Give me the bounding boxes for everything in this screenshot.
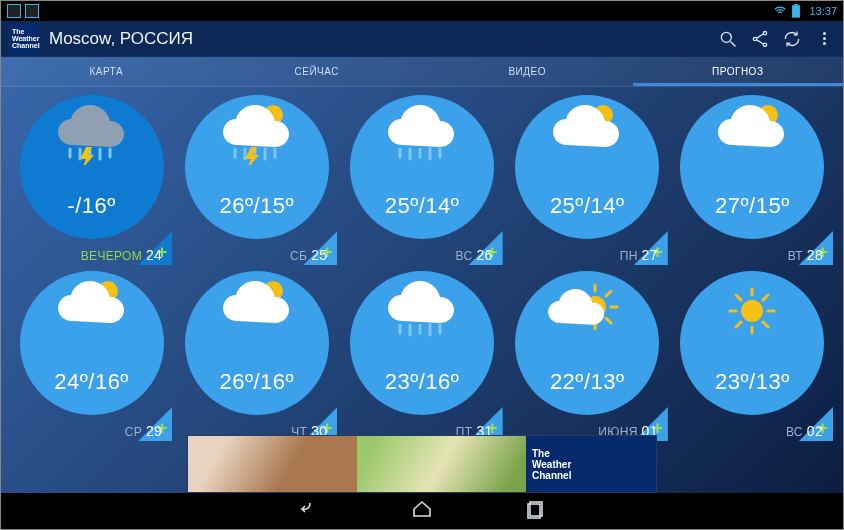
day-name: ПН [620,249,638,263]
tab-map[interactable]: КАРТА [1,57,212,86]
image-icon [7,4,21,18]
status-right: 13:37 [773,4,837,18]
forecast-card[interactable]: 23º/13º+ВС02 [674,271,831,439]
nav-back-icon[interactable] [296,497,320,525]
forecast-circle: 26º/15º [185,95,329,239]
forecast-temps: 24º/16º [54,369,129,395]
tab-now[interactable]: СЕЙЧАС [212,57,423,86]
forecast-temps: 26º/16º [219,369,294,395]
forecast-temps: 26º/15º [219,193,294,219]
share-icon[interactable] [749,28,771,50]
forecast-day-label: СБ25 [290,247,327,263]
forecast-circle: 22º/13º [515,271,659,415]
tab-forecast[interactable]: ПРОГНОЗ [633,57,844,86]
forecast-temps: 25º/14º [550,193,625,219]
rain-sun-cloud-icon [185,105,329,165]
battery-icon [791,4,801,18]
logo-line: Channel [12,42,40,49]
nav-home-icon[interactable] [410,497,434,525]
forecast-card[interactable]: 24º/16º+СР29 [13,271,170,439]
day-number: 24 [146,247,162,263]
ad-brand-line: Weather [532,459,571,470]
svg-point-2 [721,32,731,42]
svg-rect-1 [795,4,799,6]
forecast-day-label: ВТ28 [788,247,823,263]
forecast-temps: 27º/15º [715,193,790,219]
sun-cloud-icon [20,281,164,341]
sun-cloud-icon [680,105,824,165]
day-name: ВТ [788,249,803,263]
forecast-circle: 25º/14º [515,95,659,239]
day-name: СБ [290,249,307,263]
day-name: ВЕЧЕРОМ [81,249,142,263]
nav-recent-icon[interactable] [524,497,548,525]
forecast-card[interactable]: 26º/16º+ЧТ30 [178,271,335,439]
day-number: 25 [311,247,327,263]
forecast-circle: 27º/15º [680,95,824,239]
wifi-icon [773,4,787,18]
forecast-temps: 23º/16º [385,369,460,395]
forecast-day-label: ВЕЧЕРОМ24 [81,247,162,263]
logo-line: The [12,28,24,35]
day-number: 26 [476,247,492,263]
ad-brand: The Weather Channel [526,436,656,492]
forecast-circle: 26º/16º [185,271,329,415]
forecast-circle: 23º/16º [350,271,494,415]
svg-point-4 [753,37,756,40]
day-number: 02 [807,423,823,439]
forecast-circle: 23º/13º [680,271,824,415]
status-time: 13:37 [809,5,837,17]
svg-line-7 [757,34,764,38]
ad-image [357,436,526,492]
ad-banner[interactable]: The Weather Channel [187,435,657,493]
forecast-temps: -/16º [67,193,115,219]
app-logo[interactable]: The Weather Channel [9,24,39,54]
forecast-grid: -/16º+ВЕЧЕРОМ2426º/15º+СБ2525º/14º+ВС262… [13,95,831,439]
forecast-circle: 24º/16º [20,271,164,415]
forecast-temps: 23º/13º [715,369,790,395]
app-bar: The Weather Channel Moscow, РОССИЯ [1,21,843,57]
forecast-card[interactable]: 27º/15º+ВТ28 [674,95,831,263]
sun-cloud-icon [515,105,659,165]
forecast-circle: -/16º [20,95,164,239]
tab-video[interactable]: ВИДЕО [422,57,633,86]
overflow-menu-icon[interactable] [813,28,835,50]
ad-brand-line: The [532,448,550,459]
forecast-card[interactable]: 22º/13º+ИЮНЯ01 [509,271,666,439]
tabs: КАРТА СЕЙЧАС ВИДЕО ПРОГНОЗ [1,57,843,87]
day-name: ВС [786,425,803,439]
forecast-card[interactable]: 23º/16º+ПТ31 [343,271,500,439]
ad-brand-line: Channel [532,470,571,481]
ad-image [188,436,357,492]
forecast-circle: 25º/14º [350,95,494,239]
svg-line-8 [757,39,764,43]
forecast-card[interactable]: 25º/14º+ВС26 [343,95,500,263]
partly-sunny-icon [515,281,659,341]
forecast-day-label: СР29 [125,423,162,439]
thunder-rain-cloud-icon [20,105,164,165]
day-name: ВС [456,249,473,263]
location-title[interactable]: Moscow, РОССИЯ [49,29,707,49]
svg-rect-0 [793,6,800,17]
day-number: 27 [642,247,658,263]
day-name: СР [125,425,142,439]
forecast-day-label: ВС26 [456,247,493,263]
day-number: 29 [146,423,162,439]
logo-line: Weather [12,35,40,42]
refresh-icon[interactable] [781,28,803,50]
svg-point-6 [763,43,766,46]
forecast-day-label: ВС02 [786,423,823,439]
search-icon[interactable] [717,28,739,50]
forecast-card[interactable]: -/16º+ВЕЧЕРОМ24 [13,95,170,263]
day-number: 28 [807,247,823,263]
forecast-content: -/16º+ВЕЧЕРОМ2426º/15º+СБ2525º/14º+ВС262… [1,87,843,439]
forecast-card[interactable]: 25º/14º+ПН27 [509,95,666,263]
svg-point-5 [763,31,766,34]
forecast-card[interactable]: 26º/15º+СБ25 [178,95,335,263]
nav-bar [1,493,843,529]
svg-line-3 [731,41,736,46]
sunny-icon [680,281,824,341]
screen: 13:37 The Weather Channel Moscow, РОССИЯ… [1,1,843,529]
status-bar: 13:37 [1,1,843,21]
forecast-day-label: ПН27 [620,247,658,263]
